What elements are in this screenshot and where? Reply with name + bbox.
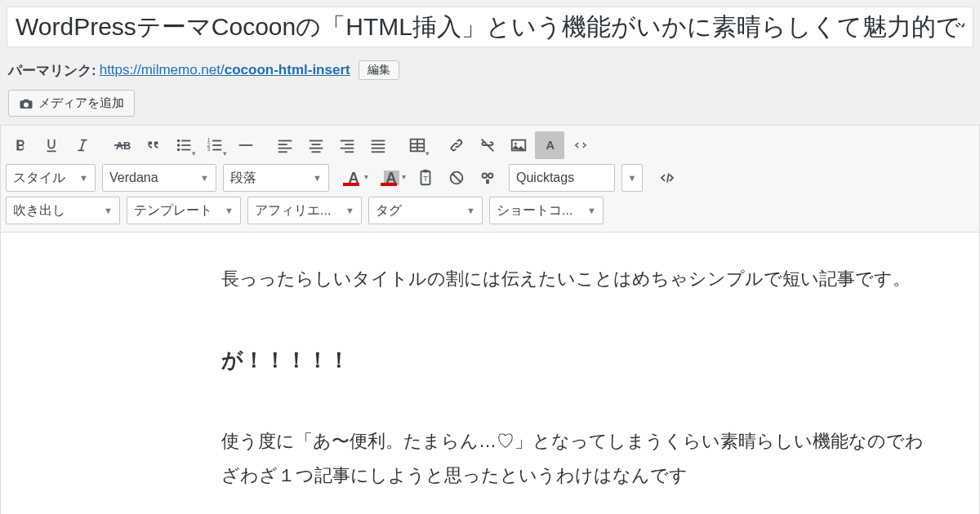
italic-button[interactable]: [68, 131, 97, 159]
quicktags-select[interactable]: Quicktags: [509, 164, 615, 192]
svg-rect-26: [345, 151, 354, 153]
add-media-label: メディアを追加: [38, 95, 124, 111]
content-paragraph: 長っったらしいタイトルの割には伝えたいことはめちゃシンプルで短い記事です。: [221, 262, 930, 296]
svg-text:3: 3: [207, 146, 211, 152]
paste-text-button[interactable]: T: [411, 164, 440, 192]
style-select[interactable]: スタイル▼: [6, 164, 96, 192]
affiliate-select[interactable]: アフィリエ...▼: [247, 197, 362, 224]
svg-rect-19: [310, 140, 323, 142]
svg-rect-13: [212, 149, 221, 151]
toolbar-row-2: スタイル▼ Verdana▼ 段落▼ A A T Quicktags ▼: [6, 162, 974, 194]
svg-rect-29: [372, 148, 385, 149]
svg-point-2: [177, 140, 180, 143]
link-button[interactable]: [442, 131, 471, 159]
svg-point-4: [177, 144, 180, 147]
blockquote-button[interactable]: [138, 131, 167, 159]
add-media-button[interactable]: メディアを追加: [8, 90, 135, 117]
insert-media-button[interactable]: [504, 131, 533, 159]
align-left-button[interactable]: [270, 131, 300, 159]
quicktags-caret[interactable]: ▼: [621, 164, 643, 192]
permalink-link[interactable]: https://milmemo.net/cocoon-html-insert: [100, 62, 350, 78]
editor-content[interactable]: 長っったらしいタイトルの割には伝えたいことはめちゃシンプルで短い記事です。 が！…: [1, 233, 979, 514]
clear-format-button[interactable]: [442, 164, 471, 192]
svg-rect-20: [312, 144, 321, 145]
svg-point-37: [514, 143, 517, 145]
svg-rect-9: [212, 140, 221, 142]
toolbar-row-3: 吹き出し▼ テンプレート▼ アフィリエ...▼ タグ▼ ショートコ...▼: [6, 194, 974, 227]
hr-button[interactable]: [231, 131, 261, 159]
content-paragraph: 使う度に「あ〜便利。たまらん…♡」となってしまうくらい素晴らしい機能なのでわざわ…: [221, 424, 930, 493]
bold-button[interactable]: [6, 131, 35, 159]
font-select[interactable]: Verdana▼: [102, 164, 216, 192]
svg-rect-16: [278, 144, 287, 145]
permalink-row: パーマリンク: https://milmemo.net/cocoon-html-…: [0, 52, 980, 85]
svg-text:T: T: [423, 175, 428, 183]
permalink-base: https://milmemo.net/: [100, 62, 225, 78]
bullet-list-button[interactable]: [169, 131, 198, 159]
template-select[interactable]: テンプレート▼: [127, 197, 241, 224]
svg-point-6: [177, 148, 180, 152]
permalink-slug: cocoon-html-insert: [225, 62, 350, 78]
shortcode-select[interactable]: ショートコ...▼: [489, 197, 604, 224]
svg-rect-3: [181, 140, 190, 142]
camera-icon: [19, 96, 33, 111]
svg-point-43: [488, 174, 493, 179]
align-center-button[interactable]: [301, 131, 331, 159]
code-button[interactable]: [566, 131, 595, 159]
svg-rect-17: [278, 148, 292, 149]
find-replace-button[interactable]: [473, 164, 502, 192]
svg-rect-30: [372, 151, 385, 153]
svg-rect-23: [341, 140, 354, 142]
svg-point-42: [483, 174, 488, 179]
svg-rect-27: [372, 140, 385, 142]
svg-rect-18: [278, 151, 287, 153]
svg-rect-11: [212, 144, 221, 146]
toolbar-row-1: ABC 123 A: [6, 129, 974, 162]
bg-color-swatch: [381, 183, 397, 186]
underline-button[interactable]: [37, 131, 66, 159]
paragraph-select[interactable]: 段落▼: [223, 164, 329, 192]
text-background-button[interactable]: A: [535, 131, 564, 159]
unlink-button[interactable]: [473, 131, 502, 159]
svg-rect-28: [372, 144, 385, 145]
svg-rect-14: [239, 144, 253, 146]
svg-rect-44: [486, 179, 489, 184]
editor: ABC 123 A スタイル▼ Verdana▼ 段落▼ A: [0, 125, 980, 514]
editor-toolbar: ABC 123 A スタイル▼ Verdana▼ 段落▼ A: [1, 126, 979, 233]
svg-rect-22: [312, 151, 321, 153]
bg-color-button[interactable]: A: [373, 164, 409, 192]
tag-select[interactable]: タグ▼: [368, 197, 483, 224]
content-paragraph: が！！！！！: [221, 340, 930, 380]
html-insert-button[interactable]: [653, 164, 682, 192]
svg-rect-15: [278, 140, 292, 142]
svg-rect-21: [310, 148, 323, 149]
text-color-button[interactable]: A: [336, 164, 372, 192]
table-button[interactable]: [403, 131, 432, 159]
svg-rect-5: [181, 144, 190, 146]
permalink-edit-button[interactable]: 編集: [359, 60, 399, 80]
svg-rect-40: [423, 170, 428, 173]
text-color-swatch: [343, 183, 359, 186]
balloon-select[interactable]: 吹き出し▼: [6, 197, 120, 224]
svg-rect-24: [345, 144, 354, 145]
align-right-button[interactable]: [332, 131, 362, 159]
svg-rect-7: [181, 149, 190, 151]
post-title-input[interactable]: [7, 7, 973, 47]
strikethrough-button[interactable]: ABC: [107, 131, 136, 159]
permalink-label: パーマリンク:: [8, 61, 96, 80]
align-justify-button[interactable]: [363, 131, 393, 159]
svg-rect-25: [341, 148, 354, 149]
numbered-list-button[interactable]: 123: [200, 131, 229, 159]
svg-text:A: A: [546, 139, 555, 152]
